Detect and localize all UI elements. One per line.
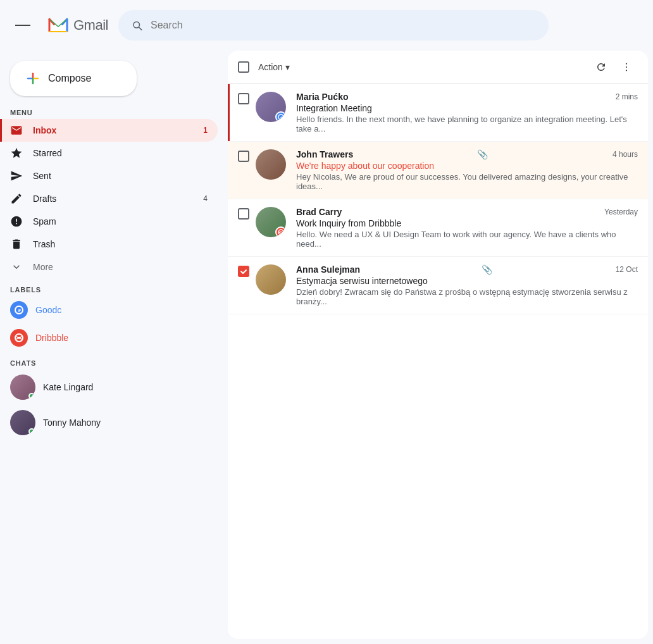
email-list: Maria Pućko 2 mins Integration Meeting H…	[228, 84, 648, 639]
sender-name-3: Brad Carry	[296, 207, 342, 217]
compose-button[interactable]: Compose	[10, 61, 137, 96]
menu-section-label: MENU	[0, 101, 228, 119]
action-dropdown-icon: ▾	[285, 62, 290, 72]
sidebar-item-label: Starred	[33, 148, 62, 158]
avatar-badge-3	[275, 226, 286, 237]
email-checkbox-wrap	[238, 93, 251, 104]
drafts-badge: 4	[203, 194, 208, 203]
action-label: Action	[258, 62, 283, 72]
spam-icon	[10, 215, 23, 228]
sidebar-item-label: Inbox	[33, 125, 56, 135]
email-row[interactable]: Anna Sulejman 📎 12 Oct Estymacja serwisu…	[228, 257, 648, 314]
email-checkbox-1[interactable]	[238, 93, 249, 104]
sidebar: Compose MENU Inbox 1 Starred	[0, 51, 228, 644]
email-subject-1: Integration Meeting	[296, 103, 638, 113]
chats-section-label: CHATS	[0, 352, 228, 369]
sidebar-label-dribbble[interactable]: Dribbble	[0, 324, 218, 352]
tonny-name: Tonny Mahony	[43, 418, 196, 428]
email-avatar-3	[256, 207, 286, 237]
refresh-icon	[595, 61, 607, 73]
email-body-2: John Trawers 📎 4 hours We're happy about…	[296, 149, 638, 191]
sidebar-item-label: Spam	[33, 216, 56, 226]
email-subject-2: We're happy about our cooperation	[296, 161, 638, 171]
dribbble-label-icon	[10, 329, 28, 347]
email-subject-3: Work Inquiry from Dribbble	[296, 218, 638, 228]
drafts-icon	[10, 192, 23, 205]
email-row[interactable]: John Trawers 📎 4 hours We're happy about…	[228, 142, 648, 199]
email-preview-1: Hello friends. In the next month, we hav…	[296, 115, 638, 133]
email-avatar-2	[256, 149, 286, 180]
sidebar-item-more[interactable]: More	[0, 256, 218, 278]
sent-icon	[10, 170, 23, 182]
goodc-label-text: Goodc	[35, 305, 61, 315]
sidebar-item-label: More	[33, 262, 53, 272]
email-checkbox-3[interactable]	[238, 208, 249, 220]
search-input[interactable]	[151, 20, 536, 31]
sidebar-item-starred[interactable]: Starred	[0, 142, 218, 164]
email-checkbox-wrap	[238, 208, 251, 220]
kate-name: Kate Lingard	[43, 382, 196, 392]
email-row[interactable]: Maria Pućko 2 mins Integration Meeting H…	[228, 84, 648, 142]
email-preview-2: Hey Nicolas, We are proud of our success…	[296, 172, 638, 191]
svg-point-7	[626, 63, 627, 65]
email-body-1: Maria Pućko 2 mins Integration Meeting H…	[296, 92, 638, 133]
chat-item-tonny[interactable]: Tonny Mahony ⋮	[0, 405, 228, 440]
sidebar-item-label: Trash	[33, 239, 55, 249]
email-time-2: 4 hours	[613, 150, 638, 159]
labels-section-label: LABELS	[0, 278, 228, 296]
sidebar-item-drafts[interactable]: Drafts 4	[0, 187, 218, 210]
email-body-4: Anna Sulejman 📎 12 Oct Estymacja serwisu…	[296, 264, 638, 306]
search-icon	[131, 19, 143, 32]
compose-icon	[25, 71, 40, 86]
sidebar-item-spam[interactable]: Spam	[0, 210, 218, 233]
compose-label: Compose	[48, 73, 91, 84]
email-time-4: 12 Oct	[616, 265, 638, 274]
email-checkbox-2[interactable]	[238, 151, 249, 162]
sender-name-4: Anna Sulejman	[296, 264, 360, 275]
select-all-checkbox[interactable]	[238, 61, 249, 73]
email-time-1: 2 mins	[616, 92, 638, 101]
more-expand-icon	[10, 261, 23, 273]
gmail-logo[interactable]: Gmail	[46, 13, 108, 38]
email-time-3: Yesterday	[604, 207, 638, 216]
goodc-label-icon	[10, 301, 28, 319]
sidebar-label-goodc[interactable]: Goodc	[0, 296, 218, 324]
sidebar-item-trash[interactable]: Trash	[0, 233, 218, 256]
menu-toggle-button[interactable]	[10, 13, 35, 38]
email-preview-4: Dzień dobry! Zwracam się do Państwa z pr…	[296, 287, 638, 306]
sidebar-item-label: Drafts	[33, 194, 56, 204]
email-subject-4: Estymacja serwisu internetowego	[296, 276, 638, 286]
search-bar	[118, 10, 549, 40]
email-avatar-1	[256, 92, 286, 122]
dribbble-label-text: Dribbble	[35, 333, 68, 343]
email-preview-3: Hello. We need a UX & UI Design Team to …	[296, 230, 638, 249]
starred-icon	[10, 147, 23, 159]
refresh-button[interactable]	[590, 56, 613, 78]
email-row[interactable]: Brad Carry Yesterday Work Inquiry from D…	[228, 199, 648, 257]
email-checkbox-wrap	[238, 151, 251, 162]
app-title: Gmail	[73, 17, 108, 34]
attachment-icon-2: 📎	[477, 149, 488, 159]
sidebar-item-label: Sent	[33, 171, 51, 181]
trash-icon	[10, 238, 23, 251]
checkmark-icon	[240, 268, 247, 275]
sidebar-item-sent[interactable]: Sent	[0, 164, 218, 187]
email-checkbox-wrap	[238, 266, 251, 277]
toolbar-left: Action ▾	[238, 58, 296, 76]
chat-item-kate[interactable]: Kate Lingard ⋮	[0, 369, 228, 405]
svg-point-9	[626, 70, 627, 71]
sender-name-1: Maria Pućko	[296, 92, 348, 102]
kebab-menu-icon	[621, 61, 632, 73]
email-body-3: Brad Carry Yesterday Work Inquiry from D…	[296, 207, 638, 249]
attachment-icon-4: 📎	[482, 264, 492, 275]
avatar-badge-1	[275, 111, 286, 122]
sender-name-2: John Trawers	[296, 149, 353, 159]
email-avatar-4	[256, 264, 286, 295]
tonny-avatar	[10, 410, 35, 435]
more-options-button[interactable]	[615, 56, 638, 78]
email-checkbox-4[interactable]	[238, 266, 249, 277]
action-button[interactable]: Action ▾	[252, 58, 296, 76]
sidebar-item-inbox[interactable]: Inbox 1	[0, 119, 218, 142]
kate-avatar	[10, 375, 35, 400]
svg-point-8	[626, 66, 627, 68]
